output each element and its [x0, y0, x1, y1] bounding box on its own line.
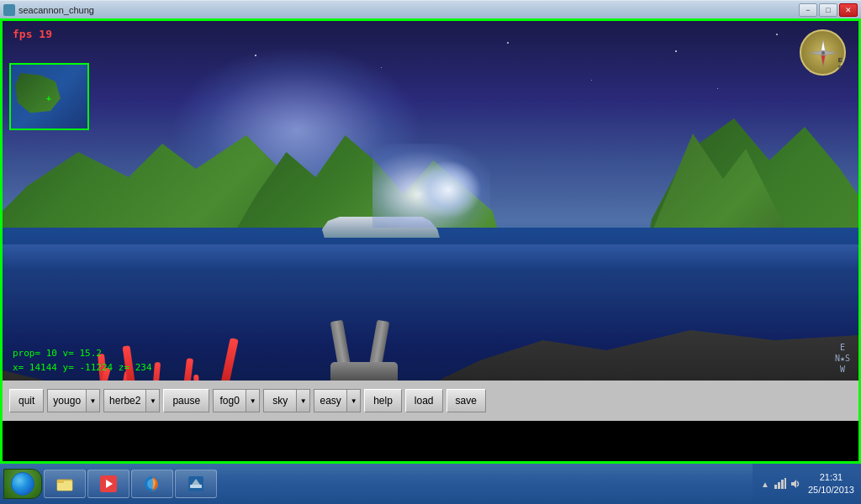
svg-rect-17 [781, 480, 784, 489]
title-bar-left: seacannon_chung [3, 4, 94, 16]
fog0-button[interactable]: fog0 [213, 389, 246, 412]
load-button[interactable]: load [405, 389, 443, 412]
save-button[interactable]: save [446, 389, 486, 412]
game-scene[interactable]: fps 19 + prop= 10 v= 15.2 x= 14144 y= -1… [3, 21, 858, 421]
star [717, 88, 718, 89]
volume-icon[interactable] [790, 478, 801, 490]
sky-dropdown-arrow[interactable]: ▼ [297, 389, 310, 412]
minimap-cursor: + [46, 94, 51, 103]
start-orb-icon [11, 472, 34, 496]
herbe2-button[interactable]: herbe2 [103, 389, 146, 412]
system-clock: 21:31 25/10/2013 [808, 471, 854, 497]
easy-dropdown-arrow[interactable]: ▼ [347, 389, 361, 412]
fog0-dropdown-arrow[interactable]: ▼ [246, 389, 260, 412]
svg-marker-19 [791, 480, 796, 488]
yougo-button[interactable]: yougo [47, 389, 87, 412]
pause-button[interactable]: pause [163, 389, 209, 412]
fps-counter: fps 19 [13, 28, 52, 40]
compass-labels: ES [838, 56, 843, 72]
taskbar-ship-button[interactable] [175, 470, 217, 498]
yougo-dropdown-group: yougo ▼ [47, 389, 100, 412]
star [255, 55, 256, 56]
tray-arrow-icon[interactable]: ▲ [759, 478, 771, 490]
sky-dropdown-group: sky ▼ [263, 389, 310, 412]
star [776, 34, 778, 35]
star [507, 42, 509, 44]
compass: ES [800, 29, 846, 76]
taskbar-right: ▲ 21:31 25/10/2013 [753, 464, 861, 504]
herbe2-dropdown-arrow[interactable]: ▼ [146, 389, 160, 412]
svg-marker-3 [810, 50, 823, 55]
herbe2-dropdown-group: herbe2 ▼ [103, 389, 160, 412]
app-icon [3, 4, 15, 16]
compass-circle: ES [800, 29, 846, 76]
start-button[interactable] [3, 469, 42, 499]
coords-line2: x= 14144 y= -11224 z= 234 [13, 361, 152, 375]
svg-rect-13 [190, 485, 202, 488]
clock-date: 25/10/2013 [808, 484, 854, 496]
minimap-land [15, 73, 66, 115]
taskbar-firefox-button[interactable] [131, 470, 173, 498]
taskbar-explorer-button[interactable] [44, 470, 86, 498]
compass-rose-svg [806, 36, 840, 70]
easy-button[interactable]: easy [314, 389, 347, 412]
corner-compass-text: EN★S W [835, 342, 850, 375]
svg-marker-2 [823, 50, 837, 55]
star [675, 50, 677, 52]
sky-button[interactable]: sky [263, 389, 297, 412]
explosion-flash [415, 160, 482, 219]
fog0-dropdown-group: fog0 ▼ [213, 389, 260, 412]
minimize-button[interactable]: − [799, 3, 817, 17]
star [591, 80, 592, 81]
media-icon [99, 475, 118, 493]
taskbar-media-button[interactable] [87, 470, 129, 498]
minimap-sea: + [11, 65, 87, 129]
game-toolbar: quit yougo ▼ herbe2 ▼ pause fog0 ▼ sky ▼… [3, 381, 858, 421]
sea-highlight [3, 244, 858, 270]
star [381, 67, 382, 68]
game-frame: fps 19 + prop= 10 v= 15.2 x= 14144 y= -1… [0, 18, 861, 464]
title-bar: seacannon_chung − □ ✕ [0, 0, 861, 18]
system-tray-icons: ▲ [759, 478, 801, 490]
title-bar-controls: − □ ✕ [799, 3, 858, 17]
svg-rect-15 [774, 485, 777, 489]
minimap: + [9, 63, 89, 130]
yougo-dropdown-arrow[interactable]: ▼ [87, 389, 100, 412]
clock-time: 21:31 [808, 471, 854, 484]
coords-line1: prop= 10 v= 15.2 [13, 347, 152, 361]
svg-rect-18 [784, 478, 786, 489]
quit-button[interactable]: quit [9, 389, 44, 412]
window-title: seacannon_chung [18, 5, 94, 15]
help-button[interactable]: help [364, 389, 402, 412]
explorer-icon [55, 475, 74, 493]
firefox-icon [143, 475, 161, 493]
svg-rect-16 [778, 482, 780, 489]
network-icon [774, 478, 786, 490]
close-button[interactable]: ✕ [839, 3, 858, 17]
svg-point-4 [821, 51, 825, 55]
maximize-button[interactable]: □ [819, 3, 837, 17]
taskbar: ▲ 21:31 25/10/2013 [0, 464, 861, 504]
svg-rect-7 [57, 480, 64, 483]
easy-dropdown-group: easy ▼ [314, 389, 361, 412]
hud-coordinates: prop= 10 v= 15.2 x= 14144 y= -11224 z= 2… [13, 347, 152, 375]
ship-game-icon [187, 475, 205, 493]
